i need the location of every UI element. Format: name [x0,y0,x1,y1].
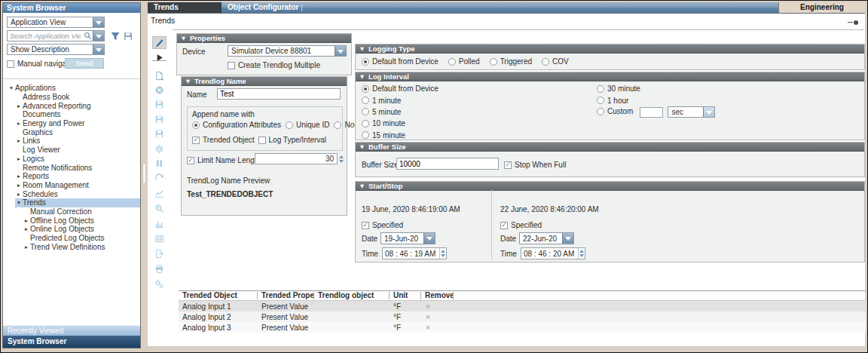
tree-item-address-book[interactable]: Address Book [3,93,140,102]
checkbox-stop-when-full[interactable]: ✓Stop When Full [504,161,566,169]
checkbox-control[interactable] [258,137,266,144]
table-row-analog-input-2[interactable]: Analog Input 2Present Value°F× [179,312,866,322]
recently-viewed-bar[interactable]: Recently Viewed [3,325,140,336]
tree-item-graphics[interactable]: Graphics [3,127,140,137]
chevron-down-icon[interactable] [93,17,104,27]
checkbox-control[interactable] [7,60,14,68]
radio-control[interactable] [490,58,497,66]
pin-icon[interactable] [848,20,858,25]
radio-1-minute[interactable]: 1 minute [362,94,439,106]
print-icon[interactable] [152,262,167,275]
start-date-dropdown[interactable]: 19-Jun-20 [381,232,436,244]
radio-control[interactable] [448,58,456,66]
time-stepper[interactable] [578,248,585,259]
checkbox-specified[interactable]: ✓Specified [362,221,403,229]
stop-date-dropdown[interactable]: 22-Jun-20 [519,232,574,244]
settings-gears-icon[interactable] [152,278,167,290]
search-options-chevron-icon[interactable] [93,31,104,41]
play-icon[interactable] [152,51,167,64]
checkbox-trended-object[interactable]: ✓Trended Object [192,136,255,144]
stop-time-field[interactable]: 08 : 46 : 20 AM [521,247,585,259]
device-dropdown[interactable]: Simulator Device 88801 [228,45,347,57]
table-row-analog-input-3[interactable]: Analog Input 3Present Value°F× [179,322,866,333]
trend-chart-icon[interactable] [152,187,167,200]
radio-control[interactable] [542,58,549,66]
radio-default-from-device[interactable]: Default from Device [362,83,439,94]
tree-expander-icon[interactable]: ▸ [15,137,23,144]
tree-expander-icon[interactable]: ▸ [15,191,23,198]
remove-button[interactable]: × [421,313,454,321]
tree-item-remote-notifications[interactable]: Remote Notifications [3,163,140,172]
filter-icon[interactable] [110,31,121,41]
tree-item-trend-view-definitions[interactable]: ▸Trend View Definitions [3,242,140,251]
save-all-icon[interactable] [152,127,167,140]
remove-button[interactable]: × [421,324,454,331]
column-header-unit[interactable]: Unit [390,292,421,299]
section-buffer-size-header[interactable]: ▼Buffer Size [356,143,864,152]
send-button[interactable]: Send [65,58,104,69]
radio-cov[interactable]: COV [542,57,569,66]
radio-control[interactable] [362,108,369,115]
tree-expander-icon[interactable]: ▸ [15,173,23,180]
gear-icon[interactable] [152,143,167,155]
radio-control[interactable] [334,121,341,129]
column-header-trendlog-object[interactable]: Trendlog object [314,292,390,299]
tree-expander-icon[interactable]: ▸ [15,182,23,189]
section-log-interval-header[interactable]: ▼Log Interval [356,72,864,81]
tree-expander-icon[interactable]: ▾ [8,84,15,91]
tree-item-room-management[interactable]: ▸Room Management [3,181,140,190]
splitter-handle[interactable] [142,163,146,184]
section-trendlog-name-header[interactable]: ▼Trendlog Name [182,77,347,86]
show-description-dropdown[interactable]: Show Description [7,44,105,55]
radio-control[interactable] [192,121,200,129]
tree-item-applications[interactable]: ▾Applications [3,84,140,93]
name-input[interactable] [217,88,341,100]
radio-1-hour[interactable]: 1 hour [597,94,640,106]
checkbox-specified[interactable]: ✓Specified [500,221,542,229]
radio-10-minute[interactable]: 10 minute [362,118,439,129]
tree-item-offline-log-objects[interactable]: ▸Offline Log Objects [3,216,140,225]
system-browser-bar[interactable]: System Browser [3,336,140,348]
radio-custom[interactable]: Custom [597,107,633,115]
tree-item-schedules[interactable]: ▸Schedules [3,189,140,198]
chevron-down-icon[interactable] [93,45,104,54]
radio-30-minute[interactable]: 30 minute [597,83,640,94]
tree-item-manual-correction[interactable]: Manual Correction [3,207,140,216]
time-stepper[interactable] [439,248,446,259]
radio-control[interactable] [362,120,369,127]
section-start-stop-header[interactable]: ▼Start/Stop [356,182,864,191]
radio-control[interactable] [286,121,293,129]
limit-length-value[interactable]: 30 [255,153,338,164]
tree-expander-icon[interactable]: ▾ [15,199,23,206]
custom-unit-dropdown[interactable]: sec [668,106,715,118]
grid-icon[interactable] [152,232,167,245]
column-header-trended-object[interactable]: Trended Object [179,292,258,299]
radio-default-from-device[interactable]: Default from Device [362,57,439,66]
checkbox-limit-name-length[interactable]: ✓Limit Name Length [187,156,261,164]
save-icon[interactable] [152,98,167,111]
tree-item-log-viewer[interactable]: Log Viewer [3,146,140,155]
save-search-icon[interactable] [123,31,133,41]
radio-control[interactable] [362,58,369,66]
section-logging-type-header[interactable]: ▼Logging Type [356,45,864,54]
tree-expander-icon[interactable]: ▸ [23,226,30,232]
refresh-icon[interactable] [152,172,167,185]
tab-trends[interactable]: Trends [148,2,222,13]
checkbox-control[interactable]: ✓ [362,222,369,229]
export-icon[interactable] [152,247,167,260]
radio-control[interactable] [362,131,369,139]
radio-control[interactable] [597,85,604,93]
histogram-icon[interactable] [152,217,167,230]
radio-control[interactable] [597,108,604,115]
column-header-remove[interactable]: Remove [421,292,454,299]
tree-item-trends[interactable]: ▾Trends [3,198,140,207]
tree-item-predicted-log-objects[interactable]: Predicted Log Objects [3,234,140,243]
engineering-mode-tab[interactable]: Engineering [778,2,865,13]
tree-item-advanced-reporting[interactable]: ▸Advanced Reporting [3,101,140,110]
radio-control[interactable] [362,85,369,93]
tree-expander-icon[interactable]: ▸ [23,244,30,250]
cancel-icon[interactable] [152,84,167,97]
radio-15-minute[interactable]: 15 minute [362,130,439,141]
tree-item-online-log-objects[interactable]: ▸Online Log Objects [3,225,140,234]
zoom-in-icon[interactable] [152,202,167,215]
